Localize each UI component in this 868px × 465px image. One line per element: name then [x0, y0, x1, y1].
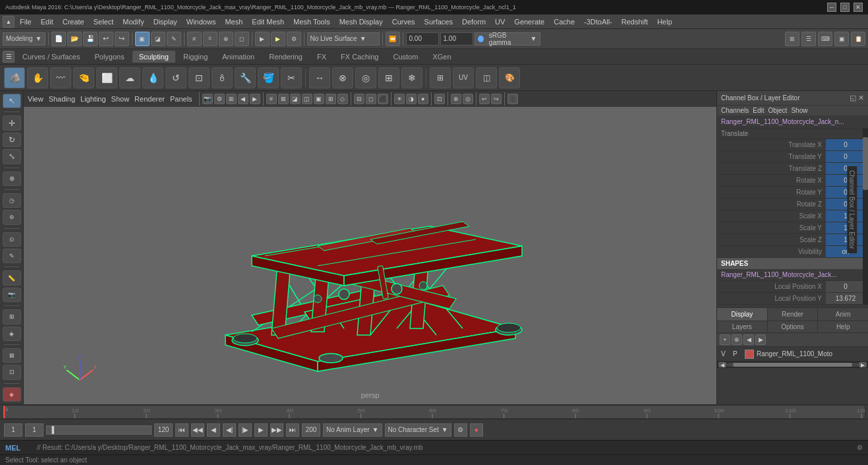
minimize-button[interactable]: ─ — [827, 3, 836, 12]
right-panel-hscrollbar[interactable]: ◀ ▶ — [717, 361, 868, 368]
playback-range[interactable]: ▐ — [46, 425, 152, 435]
timeline-track[interactable]: 1 10 20 30 40 50 60 70 80 — [3, 406, 865, 418]
menu-windows[interactable]: Windows — [183, 16, 220, 27]
unknown-btn1[interactable]: ⊞ — [3, 309, 21, 324]
vp-grid-btn[interactable]: # — [266, 94, 277, 104]
sculpt-scrape-tool[interactable]: 🔧 — [235, 67, 256, 88]
translate-tool-button[interactable]: ✛ — [3, 115, 21, 130]
rotate-y-value[interactable]: 0 — [826, 187, 865, 198]
layers-tab[interactable]: Layers — [717, 321, 768, 332]
local-pos-y-value[interactable]: 13.672 — [826, 293, 865, 304]
sculpt-repeat-tool[interactable]: ↺ — [165, 67, 187, 88]
vp-shadow-btn[interactable]: ◑ — [406, 94, 417, 104]
open-file-button[interactable]: 📂 — [67, 32, 82, 46]
cb-scroll-thumb[interactable] — [863, 137, 868, 190]
show-manip-button[interactable]: ⊚ — [3, 210, 21, 224]
sculpt-spray-tool[interactable]: 💧 — [142, 67, 163, 88]
snap-surface-button[interactable]: ◻ — [235, 32, 249, 46]
vp-wire-btn[interactable]: ⊟ — [354, 94, 364, 104]
render-tab[interactable]: Render — [768, 308, 819, 321]
render-button[interactable]: ▶ — [255, 32, 270, 46]
tab-rendering[interactable]: Rendering — [262, 51, 309, 63]
close-button[interactable]: ✕ — [854, 3, 863, 12]
vp-display-mode-3[interactable]: ◫ — [302, 94, 312, 104]
menu-surfaces[interactable]: Surfaces — [420, 16, 457, 27]
menu-edit-mesh[interactable]: Edit Mesh — [248, 16, 288, 27]
snap-grid-button[interactable]: # — [187, 32, 202, 46]
value1-field[interactable] — [406, 32, 439, 46]
channels-menu[interactable]: Channels — [721, 107, 749, 114]
menu-curves[interactable]: Curves — [388, 16, 419, 27]
go-to-start-button[interactable]: ⏮ — [175, 423, 188, 437]
menu-redshift[interactable]: Redshift — [618, 16, 652, 27]
layer-color[interactable] — [745, 350, 754, 359]
unknown-btn4[interactable]: ⊡ — [3, 365, 21, 379]
menu-cache[interactable]: Cache — [550, 16, 579, 27]
show-menu[interactable]: Show — [791, 107, 807, 114]
vp-sync-btn[interactable]: ⚙ — [214, 94, 225, 104]
viewport-menu-renderer[interactable]: Renderer — [134, 95, 165, 103]
menu-mesh-display[interactable]: Mesh Display — [335, 16, 387, 27]
sculpt-relax-tool[interactable]: 🪨 — [4, 67, 25, 88]
vp-light-btn[interactable]: ☀ — [394, 94, 405, 104]
vp-display-mode-5[interactable]: ⊞ — [326, 94, 336, 104]
next-key-button[interactable]: |▶ — [239, 423, 252, 437]
construction-history-button[interactable]: ⏪ — [386, 32, 400, 46]
menu-deform[interactable]: Deform — [458, 16, 490, 27]
maya-prefs-button[interactable]: ☰ — [801, 32, 816, 46]
playback-settings-button[interactable]: ⚙ — [454, 423, 467, 437]
viewport-menu-view[interactable]: View — [28, 95, 43, 103]
menu-toggle[interactable]: ☰ — [3, 51, 14, 63]
layer-create-button[interactable]: + — [720, 334, 730, 345]
local-pos-x-value[interactable]: 0 — [826, 281, 865, 292]
tab-curves-surfaces[interactable]: Curves / Surfaces — [16, 51, 86, 63]
sculpt-pinch-tool[interactable]: 🤏 — [73, 67, 94, 88]
scale-tool-button[interactable]: ⤡ — [3, 149, 21, 164]
sculpt-amplify-tool[interactable]: ⊞ — [378, 67, 399, 88]
viewport-menu-panels[interactable]: Panels — [170, 95, 192, 103]
sculpt-foamy-tool[interactable]: ☁ — [119, 67, 140, 88]
vp-resolution-btn[interactable]: ⊡ — [434, 94, 445, 104]
step-back-button[interactable]: ◀◀ — [191, 423, 204, 437]
snap-point-button[interactable]: ⊕ — [219, 32, 233, 46]
tab-fx[interactable]: FX — [310, 51, 333, 63]
save-file-button[interactable]: 💾 — [83, 32, 98, 46]
sculpt-knife-tool[interactable]: ✂ — [281, 67, 302, 88]
translate-z-value[interactable]: 0 — [826, 163, 865, 174]
vp-isolate-btn[interactable]: ◎ — [463, 94, 473, 104]
universal-manip-button[interactable]: ⊕ — [3, 171, 21, 186]
edit-menu[interactable]: Edit — [753, 107, 764, 114]
layer-create-empty-button[interactable]: ⊕ — [732, 334, 742, 345]
panel-float-button[interactable]: ◱ — [850, 94, 856, 102]
menu-3dto[interactable]: -3DtoAll- — [580, 16, 616, 27]
step-forward-button[interactable]: ▶▶ — [270, 423, 283, 437]
menu-mesh[interactable]: Mesh — [221, 16, 246, 27]
uvs-icon[interactable]: UV — [453, 67, 474, 88]
visibility-value[interactable]: on — [826, 246, 865, 257]
anim-layer-dropdown[interactable]: No Anim Layer ▼ — [323, 423, 382, 437]
rotate-tool-button[interactable]: ↻ — [3, 133, 21, 147]
scroll-right-button[interactable]: ▶ — [859, 362, 867, 367]
vp-camera-btn[interactable]: 📷 — [202, 94, 213, 104]
viewport-menu-shading[interactable]: Shading — [49, 95, 75, 103]
undo-button[interactable]: ↩ — [99, 32, 113, 46]
display-tab[interactable]: Display — [717, 308, 768, 321]
tab-polygons[interactable]: Polygons — [88, 51, 130, 63]
paint-select-btn[interactable]: ✎ — [3, 249, 21, 263]
auto-key-button[interactable]: ● — [470, 423, 483, 437]
channel-box-toggle[interactable]: 📋 — [851, 32, 865, 46]
new-file-button[interactable]: 📄 — [51, 32, 66, 46]
unknown-btn3[interactable]: ⊠ — [3, 348, 21, 363]
scale-z-value[interactable]: 1 — [826, 234, 865, 245]
panel-close-button[interactable]: ✕ — [858, 94, 864, 102]
char-set-dropdown[interactable]: No Character Set ▼ — [385, 423, 451, 437]
vp-prev-frame[interactable]: ◀ — [238, 94, 248, 104]
sculpt-bulge-tool[interactable]: ◎ — [355, 67, 376, 88]
viewport-menu-show[interactable]: Show — [111, 95, 130, 103]
anim-tab[interactable]: Anim — [818, 308, 868, 321]
layer-icon[interactable]: ◫ — [476, 67, 497, 88]
lasso-select-button[interactable]: ◪ — [151, 32, 165, 46]
sculpt-wax-tool[interactable]: 🕯 — [212, 67, 233, 88]
go-to-end-button[interactable]: ⏭ — [286, 423, 299, 437]
translate-x-value[interactable]: 0 — [826, 139, 865, 150]
